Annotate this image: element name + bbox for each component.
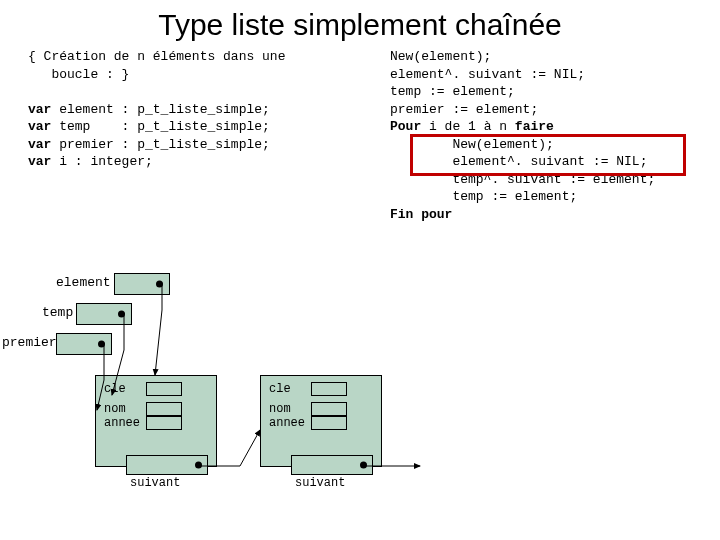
diagram-area: element temp premier cle nom annee suiva…	[0, 275, 720, 535]
slot-annee	[311, 416, 347, 430]
field-cle: cle	[104, 382, 126, 396]
field-nom: nom	[269, 402, 291, 416]
ptr-premier-box	[56, 333, 112, 355]
code-columns: { Création de n éléments dans une boucle…	[0, 48, 720, 259]
dot-icon	[195, 462, 202, 469]
kw-pour: Pour	[390, 119, 421, 134]
r-l5b: i de 1 à n	[421, 119, 515, 134]
slot-nom	[146, 402, 182, 416]
decl-3: premier : p_t_liste_simple;	[51, 137, 269, 152]
slot-annee	[146, 416, 182, 430]
r-l1: New(element);	[390, 49, 491, 64]
dot-icon	[156, 281, 163, 288]
ptr-temp-box	[76, 303, 132, 325]
decl-1: element : p_t_liste_simple;	[51, 102, 269, 117]
field-cle: cle	[269, 382, 291, 396]
decl-2: temp : p_t_liste_simple;	[51, 119, 269, 134]
label-element: element	[56, 275, 111, 290]
slot-nom	[311, 402, 347, 416]
slot-cle	[311, 382, 347, 396]
kw-var-4: var	[28, 154, 51, 169]
slide-title: Type liste simplement chaînée	[0, 8, 720, 42]
field-suivant: suivant	[130, 476, 180, 490]
suivant-box-2	[291, 455, 373, 475]
list-node-1: cle nom annee suivant	[95, 375, 217, 467]
kw-finpour: Fin pour	[390, 207, 452, 222]
list-node-2: cle nom annee suivant	[260, 375, 382, 467]
kw-var-2: var	[28, 119, 51, 134]
r-l4: premier := element;	[390, 102, 538, 117]
field-suivant: suivant	[295, 476, 345, 490]
left-code: { Création de n éléments dans une boucle…	[28, 48, 368, 259]
r-l9: temp := element;	[390, 189, 577, 204]
comment-line-2: boucle : }	[28, 67, 129, 82]
kw-var-1: var	[28, 102, 51, 117]
r-l2: element^. suivant := NIL;	[390, 67, 585, 82]
decl-4: i : integer;	[51, 154, 152, 169]
dot-icon	[98, 341, 105, 348]
field-nom: nom	[104, 402, 126, 416]
right-code: New(element); element^. suivant := NIL; …	[390, 48, 692, 259]
r-l3: temp := element;	[390, 84, 515, 99]
kw-var-3: var	[28, 137, 51, 152]
suivant-box-1	[126, 455, 208, 475]
field-annee: annee	[269, 416, 305, 430]
label-premier: premier	[2, 335, 57, 350]
comment-line-1: { Création de n éléments dans une	[28, 49, 285, 64]
kw-faire: faire	[515, 119, 554, 134]
label-temp: temp	[42, 305, 73, 320]
dot-icon	[360, 462, 367, 469]
r-l6: New(element);	[390, 137, 554, 152]
ptr-element-box	[114, 273, 170, 295]
field-annee: annee	[104, 416, 140, 430]
dot-icon	[118, 311, 125, 318]
r-l8: temp^. suivant := element;	[390, 172, 655, 187]
slot-cle	[146, 382, 182, 396]
r-l7: element^. suivant := NIL;	[390, 154, 647, 169]
